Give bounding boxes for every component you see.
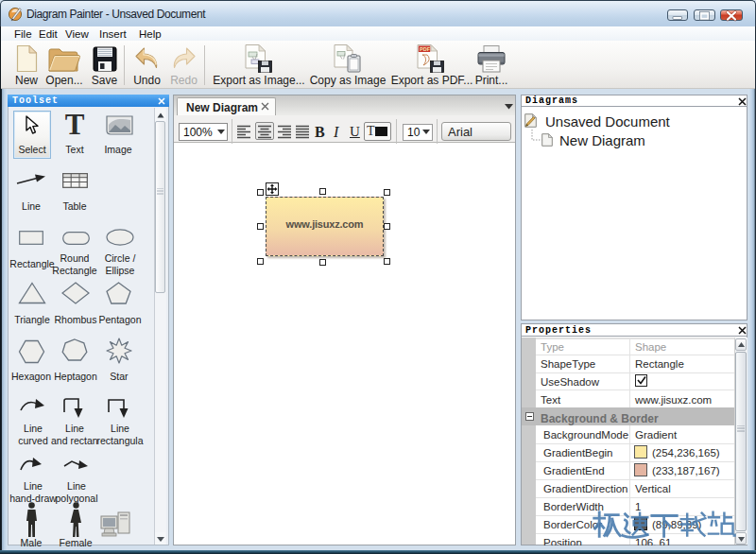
svg-text:PDF: PDF — [420, 46, 431, 52]
